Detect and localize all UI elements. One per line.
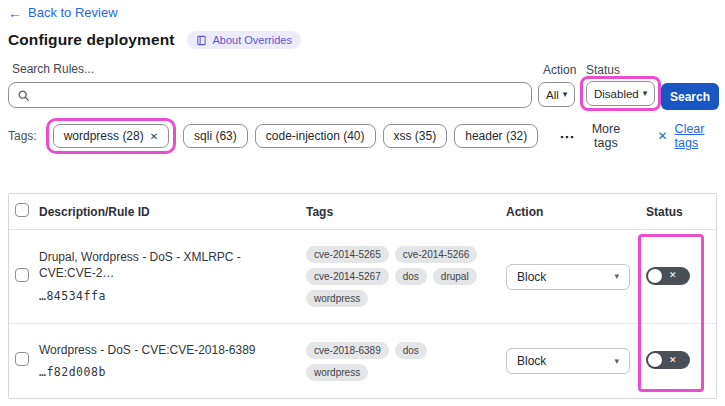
- tag-badge: drupal: [433, 268, 477, 285]
- toggle-off-icon: ✕: [669, 356, 677, 365]
- status-filter-label: Status: [586, 63, 620, 77]
- page-header: Configure deployment About Overrides: [8, 31, 301, 49]
- column-header-action: Action: [506, 205, 646, 219]
- action-value: Block: [517, 354, 546, 368]
- action-filter-label: Action: [543, 63, 576, 77]
- tag-badge: cve-2014-5265: [306, 246, 389, 263]
- rule-id: …84534ffa: [39, 289, 292, 303]
- more-tags-button[interactable]: ⋯ More tags: [553, 121, 634, 151]
- remove-tag-icon[interactable]: ✕: [150, 131, 158, 142]
- toggle-knob: [648, 269, 662, 283]
- search-button[interactable]: Search: [661, 83, 719, 110]
- back-link-label: Back to Review: [28, 5, 118, 20]
- ellipsis-icon: ⋯: [559, 129, 575, 144]
- configure-deployment-page: ← Back to Review Configure deployment Ab…: [0, 0, 725, 406]
- tag-pill[interactable]: sqli (63): [183, 124, 248, 148]
- toggle-off-icon: ✕: [669, 271, 677, 280]
- column-header-description: Description/Rule ID: [39, 205, 306, 219]
- search-icon: [17, 89, 30, 102]
- tag-pill[interactable]: header (32): [454, 124, 538, 148]
- tag-badge: wordpress: [306, 290, 368, 307]
- table-header-row: Description/Rule ID Tags Action Status: [9, 194, 716, 230]
- chevron-down-icon: ▾: [643, 89, 648, 98]
- tag-badge: wordpress: [306, 364, 368, 381]
- more-tags-label: More tags: [583, 122, 628, 150]
- action-filter-select[interactable]: All ▾: [538, 82, 575, 107]
- clear-tags-icon: ✕: [658, 129, 668, 143]
- status-filter-highlight: Disabled ▾: [580, 76, 661, 111]
- row-checkbox[interactable]: [15, 268, 29, 282]
- action-select[interactable]: Block▾: [506, 348, 630, 374]
- rule-description: Drupal, Wordpress - DoS - XMLRPC - CVE:C…: [39, 250, 292, 281]
- rule-tags: cve-2018-6389doswordpress: [306, 342, 506, 381]
- row-checkbox[interactable]: [15, 352, 29, 366]
- selected-tag-highlight: wordpress (28) ✕: [46, 118, 176, 154]
- status-filter-select[interactable]: Disabled ▾: [586, 81, 655, 106]
- clear-tags-label: Clear tags: [675, 122, 722, 150]
- toggle-knob: [648, 353, 662, 367]
- selected-tag-label: wordpress (28): [64, 129, 144, 143]
- tag-badge: dos: [395, 342, 427, 359]
- tag-pill-wordpress[interactable]: wordpress (28) ✕: [53, 124, 169, 148]
- select-all-checkbox[interactable]: [15, 203, 29, 217]
- rule-tags: cve-2014-5265cve-2014-5266cve-2014-5267d…: [306, 246, 506, 307]
- tag-pill[interactable]: xss (35): [383, 124, 448, 148]
- book-icon: [196, 35, 207, 46]
- tags-bar: Tags: wordpress (28) ✕ sqli (63)code-inj…: [8, 117, 722, 155]
- about-overrides-badge[interactable]: About Overrides: [187, 31, 300, 49]
- page-title: Configure deployment: [8, 31, 174, 49]
- chevron-down-icon: ▾: [614, 357, 619, 366]
- column-header-tags: Tags: [306, 205, 506, 219]
- rule-description: Wordpress - DoS - CVE:CVE-2018-6389: [39, 343, 292, 359]
- tags-label: Tags:: [8, 129, 37, 143]
- chevron-down-icon: ▾: [563, 90, 568, 99]
- search-rules-label: Search Rules...: [12, 62, 94, 76]
- back-to-review-link[interactable]: ← Back to Review: [8, 5, 118, 20]
- clear-tags-link[interactable]: ✕ Clear tags: [658, 122, 722, 150]
- tag-badge: cve-2014-5266: [395, 246, 478, 263]
- about-overrides-label: About Overrides: [212, 34, 291, 46]
- rule-id: …f82d008b: [39, 365, 292, 379]
- tag-pill[interactable]: code-injection (40): [255, 124, 376, 148]
- search-rules-input[interactable]: [36, 87, 523, 103]
- chevron-down-icon: ▾: [614, 272, 619, 281]
- tag-badge: dos: [395, 268, 427, 285]
- table-row: Drupal, Wordpress - DoS - XMLRPC - CVE:C…: [9, 230, 716, 324]
- column-header-status: Status: [646, 205, 716, 219]
- status-toggle[interactable]: ✕: [646, 267, 690, 285]
- tag-badge: cve-2014-5267: [306, 268, 389, 285]
- search-input-box[interactable]: [8, 82, 532, 108]
- rules-table: Description/Rule ID Tags Action Status D…: [8, 193, 717, 399]
- table-row: Wordpress - DoS - CVE:CVE-2018-6389…f82d…: [9, 324, 716, 398]
- status-filter-value: Disabled: [594, 88, 639, 100]
- action-filter-value: All: [546, 89, 559, 101]
- status-toggle[interactable]: ✕: [646, 351, 690, 369]
- back-arrow-icon: ←: [8, 6, 22, 20]
- tag-badge: cve-2018-6389: [306, 342, 389, 359]
- action-select[interactable]: Block▾: [506, 264, 630, 290]
- action-value: Block: [517, 270, 546, 284]
